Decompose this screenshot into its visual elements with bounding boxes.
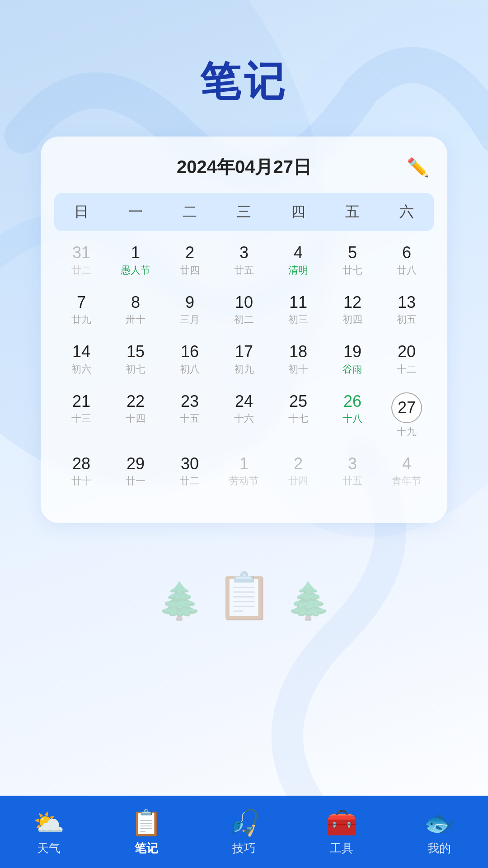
calendar-day[interactable]: 2廿四 bbox=[163, 236, 217, 285]
nav-item-mine[interactable]: 🐟 我的 bbox=[390, 808, 488, 856]
calendar-day[interactable]: 20十二 bbox=[380, 335, 434, 384]
weekday-wed: 三 bbox=[217, 202, 271, 222]
day-number: 4 bbox=[294, 244, 303, 262]
day-number: 21 bbox=[72, 392, 90, 410]
calendar-day[interactable]: 16初八 bbox=[163, 335, 217, 384]
calendar-day[interactable]: 13初五 bbox=[380, 285, 434, 335]
day-sub-label: 廿四 bbox=[180, 264, 200, 277]
calendar-day[interactable]: 1愚人节 bbox=[108, 236, 163, 285]
day-number: 1 bbox=[239, 455, 249, 473]
calendar-day[interactable]: 10初二 bbox=[217, 285, 271, 335]
day-sub-label: 廿一 bbox=[126, 474, 145, 488]
day-sub-label: 十七 bbox=[288, 412, 308, 425]
day-sub-label: 十八 bbox=[343, 412, 362, 425]
day-number: 3 bbox=[348, 455, 357, 473]
day-number: 9 bbox=[185, 293, 194, 311]
nav-label-tips: 技巧 bbox=[232, 840, 256, 856]
day-sub-label: 廿八 bbox=[397, 264, 417, 277]
day-number: 19 bbox=[343, 343, 361, 361]
day-number: 31 bbox=[72, 244, 90, 262]
calendar-day[interactable]: 27十九 bbox=[380, 384, 434, 447]
day-sub-label: 青年节 bbox=[392, 474, 422, 488]
calendar-day[interactable]: 12初四 bbox=[325, 285, 380, 335]
calendar-day[interactable]: 1劳动节 bbox=[217, 447, 271, 496]
calendar-day[interactable]: 2廿四 bbox=[271, 447, 325, 496]
calendar-card: 2024年04月27日 ✏️ 日 一 二 三 四 五 六 31廿二1愚人节2廿四… bbox=[41, 137, 447, 523]
day-sub-label: 卅十 bbox=[126, 313, 145, 326]
calendar-day[interactable]: 5廿七 bbox=[325, 236, 380, 285]
calendar-day[interactable]: 9三月 bbox=[163, 285, 217, 335]
day-number: 29 bbox=[127, 455, 145, 473]
calendar-day[interactable]: 28廿十 bbox=[54, 447, 108, 496]
day-number: 13 bbox=[398, 293, 416, 311]
calendar-day[interactable]: 29廿一 bbox=[108, 447, 163, 496]
day-number: 7 bbox=[77, 293, 86, 311]
calendar-day[interactable]: 22十四 bbox=[108, 384, 163, 447]
nav-label-weather: 天气 bbox=[37, 840, 61, 856]
day-number: 25 bbox=[289, 392, 307, 410]
edit-icon[interactable]: ✏️ bbox=[407, 156, 429, 178]
calendar-day[interactable]: 4清明 bbox=[271, 236, 325, 285]
calendar-day[interactable]: 31廿二 bbox=[54, 236, 108, 285]
calendar-day[interactable]: 19谷雨 bbox=[325, 335, 380, 384]
notes-icon: 📋 bbox=[131, 808, 162, 838]
calendar-day[interactable]: 18初十 bbox=[271, 335, 325, 384]
day-number: 6 bbox=[402, 244, 411, 262]
calendar-day[interactable]: 26十八 bbox=[325, 384, 380, 447]
calendar-day[interactable]: 7廿九 bbox=[54, 285, 108, 335]
day-sub-label: 廿五 bbox=[234, 264, 254, 277]
tips-icon: 🎣 bbox=[228, 808, 260, 838]
calendar-day[interactable]: 24十六 bbox=[217, 384, 271, 447]
nav-item-weather[interactable]: ⛅ 天气 bbox=[0, 808, 98, 856]
nav-item-notes[interactable]: 📋 笔记 bbox=[98, 808, 195, 856]
calendar-day[interactable]: 21十三 bbox=[54, 384, 108, 447]
day-number: 30 bbox=[181, 455, 199, 473]
calendar-day[interactable]: 15初七 bbox=[108, 335, 163, 384]
nav-label-mine: 我的 bbox=[427, 840, 451, 856]
calendar-day[interactable]: 17初九 bbox=[217, 335, 271, 384]
day-number: 11 bbox=[289, 293, 307, 311]
weather-icon: ⛅ bbox=[33, 808, 65, 838]
weekday-thu: 四 bbox=[271, 202, 325, 222]
day-sub-label: 十三 bbox=[71, 412, 91, 425]
day-number: 28 bbox=[72, 455, 90, 473]
calendar-day[interactable]: 6廿八 bbox=[380, 236, 434, 285]
day-sub-label: 十五 bbox=[180, 412, 200, 425]
calendar-day[interactable]: 14初六 bbox=[54, 335, 108, 384]
bottom-navigation: ⛅ 天气 📋 笔记 🎣 技巧 🧰 工具 🐟 我的 bbox=[0, 796, 488, 868]
day-sub-label: 初五 bbox=[397, 313, 417, 326]
calendar-day[interactable]: 30廿二 bbox=[163, 447, 217, 496]
calendar-day[interactable]: 25十七 bbox=[271, 384, 325, 447]
day-sub-label: 廿二 bbox=[180, 474, 200, 488]
calendar-day[interactable]: 11初三 bbox=[271, 285, 325, 335]
day-sub-label: 廿九 bbox=[71, 313, 91, 326]
nav-item-tools[interactable]: 🧰 工具 bbox=[293, 808, 390, 856]
day-number: 5 bbox=[348, 244, 357, 262]
day-number: 27 bbox=[391, 392, 422, 423]
day-sub-label: 初四 bbox=[343, 313, 362, 326]
calendar-day[interactable]: 8卅十 bbox=[108, 285, 163, 335]
day-number: 22 bbox=[127, 392, 145, 410]
weekday-mon: 一 bbox=[108, 202, 163, 222]
day-number: 17 bbox=[235, 343, 253, 361]
day-sub-label: 廿十 bbox=[71, 474, 91, 488]
day-sub-label: 初二 bbox=[234, 313, 254, 326]
day-sub-label: 廿四 bbox=[288, 474, 308, 488]
day-number: 24 bbox=[235, 392, 253, 410]
day-sub-label: 十二 bbox=[397, 363, 417, 376]
calendar-day[interactable]: 23十五 bbox=[163, 384, 217, 447]
nav-item-tips[interactable]: 🎣 技巧 bbox=[195, 808, 293, 856]
day-sub-label: 三月 bbox=[180, 313, 200, 326]
page-title: 笔记 bbox=[0, 0, 488, 109]
calendar-day[interactable]: 4青年节 bbox=[380, 447, 434, 496]
day-number: 4 bbox=[402, 455, 411, 473]
calendar-day[interactable]: 3廿五 bbox=[217, 236, 271, 285]
day-sub-label: 廿五 bbox=[343, 474, 362, 488]
calendar-day[interactable]: 3廿五 bbox=[325, 447, 380, 496]
day-number: 26 bbox=[343, 392, 361, 410]
nav-label-tools: 工具 bbox=[330, 840, 353, 856]
day-number: 12 bbox=[343, 293, 361, 311]
day-sub-label: 十四 bbox=[126, 412, 145, 425]
day-sub-label: 廿七 bbox=[343, 264, 362, 277]
day-number: 2 bbox=[294, 455, 303, 473]
